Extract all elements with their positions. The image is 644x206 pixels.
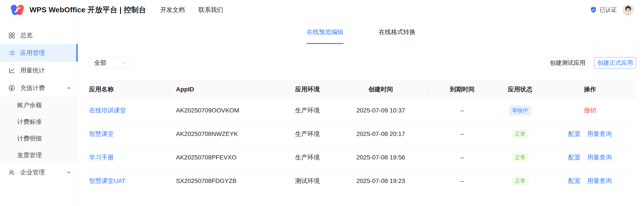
- main-content: 在线预览编辑 在线格式转换 全部 创建测试应用 创建正式应用 应用名称 AppI…: [78, 20, 644, 206]
- created-time-value: 2025-07-08 19:23: [334, 169, 428, 193]
- nav-dev-docs[interactable]: 开发文档: [160, 6, 185, 14]
- action-link[interactable]: 配置: [568, 177, 581, 185]
- table-row: 智慧课堂UAT SX20250708FDGYZB 测试环境 2025-07-08…: [89, 169, 636, 193]
- expire-time-value: –: [428, 122, 496, 146]
- sidebar-item-overview[interactable]: 总览: [0, 26, 78, 44]
- sidebar-item-billing[interactable]: 充值计费: [0, 79, 78, 97]
- app-name-link[interactable]: 智慧课堂UAT: [89, 177, 126, 185]
- sidebar-item-label: 充值计费: [20, 84, 45, 92]
- action-link[interactable]: 配置: [568, 130, 581, 138]
- people-icon: [8, 169, 15, 176]
- table-header: 应用名称 AppID 应用环境 创建时间 到期时间 应用状态 操作: [89, 80, 636, 99]
- sidebar-item-label: 企业管理: [20, 168, 45, 177]
- app-env-value: 生产环境: [282, 122, 334, 146]
- header-right: 已认证: [590, 4, 634, 15]
- created-time-value: 2025-07-08 20:17: [334, 122, 428, 146]
- sidebar-item-billing-standard[interactable]: 计费标准: [0, 114, 78, 130]
- wps-logo-icon: [10, 3, 25, 17]
- actions-cell: 配置用量查询: [544, 122, 636, 146]
- expire-time-value: –: [428, 146, 496, 169]
- actions-cell: 配置用量查询: [544, 169, 636, 193]
- apps-table: 应用名称 AppID 应用环境 创建时间 到期时间 应用状态 操作 在线培训课堂…: [89, 80, 636, 193]
- tab-online-format-convert[interactable]: 在线格式转换: [379, 20, 416, 44]
- grid-icon: [8, 32, 15, 39]
- tab-online-preview-edit[interactable]: 在线预览编辑: [306, 20, 344, 44]
- app-name-link[interactable]: 学习手册: [89, 153, 114, 162]
- verified-label: 已认证: [600, 6, 617, 14]
- filter-dropdown[interactable]: 全部: [89, 57, 132, 68]
- toolbar: 全部 创建测试应用 创建正式应用: [89, 57, 636, 68]
- list-icon: [8, 50, 15, 56]
- col-app-name: 应用名称: [89, 80, 169, 99]
- app-env-value: 生产环境: [282, 146, 334, 169]
- create-test-app-button[interactable]: 创建测试应用: [547, 57, 588, 68]
- sidebar-item-label: 应用管理: [20, 49, 45, 57]
- col-app-status: 应用状态: [496, 80, 544, 99]
- nav-contact-us[interactable]: 联系我们: [198, 6, 223, 14]
- actions-cell: 撤销: [544, 99, 636, 122]
- actions-cell: 配置用量查询: [544, 146, 636, 169]
- tabbar: 在线预览编辑 在线格式转换: [78, 20, 644, 44]
- app-env-value: 测试环境: [282, 169, 334, 193]
- sidebar-item-billing-details[interactable]: 计费明细: [0, 130, 78, 147]
- app-id-value: SX20250708FDGYZB: [169, 169, 282, 193]
- content-area: 全部 创建测试应用 创建正式应用 应用名称 AppID 应用环境 创建时间 到期…: [78, 44, 644, 193]
- table-row: 学习手册 AK20250708PFEVXO 生产环境 2025-07-08 19…: [89, 146, 636, 169]
- table-body: 在线培训课堂 AK20250709OOVKOM 生产环境 2025-07-09 …: [89, 99, 636, 193]
- sidebar: 总览 应用管理 用量统计 充值计费: [0, 20, 78, 206]
- user-avatar[interactable]: [622, 4, 634, 15]
- table-row: 在线培训课堂 AK20250709OOVKOM 生产环境 2025-07-09 …: [89, 99, 636, 122]
- status-badge: 正常: [512, 176, 528, 186]
- app-id-value: AK20250709OOVKOM: [169, 99, 282, 122]
- action-link[interactable]: 配置: [568, 153, 581, 162]
- create-buttons: 创建测试应用 创建正式应用: [547, 57, 636, 68]
- sidebar-item-usage-stats[interactable]: 用量统计: [0, 62, 78, 79]
- billing-submenu: 账户余额 计费标准 计费明细 发票管理: [0, 97, 78, 164]
- col-expire-time: 到期时间: [428, 80, 496, 99]
- action-link[interactable]: 撤销: [584, 106, 596, 115]
- table-row: 智慧课堂 AK20250708NWZEYK 生产环境 2025-07-08 20…: [89, 122, 636, 146]
- expire-time-value: –: [428, 169, 496, 193]
- sidebar-item-invoice-management[interactable]: 发票管理: [0, 147, 78, 164]
- sidebar-item-enterprise[interactable]: 企业管理: [0, 164, 78, 181]
- app-env-value: 生产环境: [282, 99, 334, 122]
- shield-check-icon: [590, 6, 597, 13]
- col-app-id: AppID: [169, 80, 282, 99]
- status-badge: 正常: [512, 129, 528, 139]
- created-time-value: 2025-07-09 10:37: [334, 99, 428, 122]
- page-title: WPS WebOffice 开放平台 | 控制台: [30, 5, 146, 15]
- app-header: WPS WebOffice 开放平台 | 控制台 开发文档 联系我们 已认证: [0, 0, 644, 20]
- expire-time-value: –: [428, 99, 496, 122]
- verified-status[interactable]: 已认证: [590, 6, 617, 14]
- sidebar-item-label: 用量统计: [20, 66, 45, 75]
- app-name-link[interactable]: 在线培训课堂: [89, 106, 126, 115]
- status-badge: 审核中: [509, 106, 531, 115]
- status-badge: 正常: [512, 153, 528, 162]
- action-link[interactable]: 用量查询: [587, 177, 612, 185]
- app-id-value: AK20250708PFEVXO: [169, 146, 282, 169]
- action-link[interactable]: 用量查询: [587, 153, 612, 162]
- col-created-time: 创建时间: [334, 80, 428, 99]
- create-prod-app-button[interactable]: 创建正式应用: [594, 57, 636, 68]
- app-name-link[interactable]: 智慧课堂: [89, 130, 114, 138]
- filter-value: 全部: [94, 59, 106, 67]
- created-time-value: 2025-07-08 19:56: [334, 146, 428, 169]
- sidebar-item-app-management[interactable]: 应用管理: [0, 44, 78, 62]
- chart-icon: [8, 67, 15, 74]
- app-id-value: AK20250708NWZEYK: [169, 122, 282, 146]
- action-link[interactable]: 用量查询: [587, 130, 612, 138]
- col-app-env: 应用环境: [282, 80, 334, 99]
- sidebar-item-account-balance[interactable]: 账户余额: [0, 97, 78, 114]
- chevron-down-icon: [66, 170, 72, 175]
- sidebar-item-label: 总览: [20, 31, 32, 39]
- chevron-up-icon: [66, 85, 72, 91]
- yuan-coin-icon: [8, 85, 15, 91]
- chevron-down-icon: [121, 60, 127, 66]
- top-nav: 开发文档 联系我们: [160, 6, 223, 14]
- col-actions: 操作: [544, 80, 636, 99]
